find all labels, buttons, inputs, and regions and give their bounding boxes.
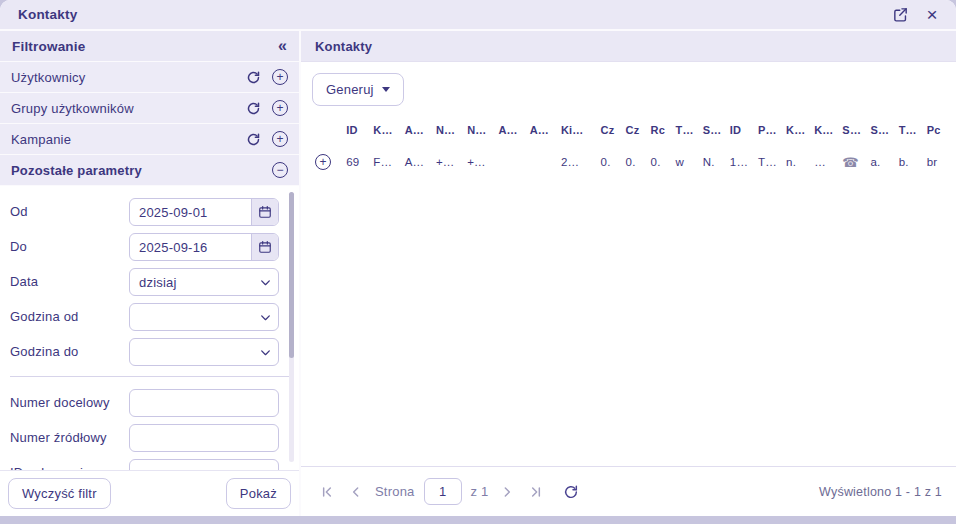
od-date-value: 2025-09-01 [130,205,251,220]
column-header-0[interactable]: ID [343,116,370,144]
godzina-od-select[interactable] [129,303,279,331]
godzina-od-label: Godzina od [10,309,129,325]
column-header-3[interactable]: N… [433,116,464,144]
column-header-11[interactable]: T… [673,116,700,144]
column-header-13[interactable]: ID [727,116,755,144]
app-window: Kontakty × Filtrowanie « Użytkownicy [0,0,956,516]
column-header-4[interactable]: N… [464,116,495,144]
section-grupy-uzytkownikow[interactable]: Grupy użytkowników + [0,93,299,124]
calendar-icon[interactable] [251,199,278,225]
sidebar-scrollbar-thumb[interactable] [289,192,294,358]
results-summary: Wyświetlono 1 - 1 z 1 [819,485,942,499]
refresh-icon[interactable] [246,101,261,116]
table-cell: n. [783,144,811,180]
column-header-15[interactable]: K… [783,116,811,144]
table-cell: a. [867,144,895,180]
expand-cell: + [312,144,343,180]
section-pozostale-parametry[interactable]: Pozostałe parametry − [0,155,299,186]
table-cell: N. [700,144,727,180]
data-label: Data [10,274,129,290]
filter-title: Filtrowanie [12,39,85,54]
numer-zrodlowy-input[interactable] [129,424,279,452]
do-date-value: 2025-09-16 [130,240,251,255]
column-header-12[interactable]: S… [700,116,727,144]
collapse-section-icon[interactable]: − [272,162,288,178]
titlebar: Kontakty × [0,0,956,31]
add-icon[interactable]: + [272,131,288,147]
generate-button[interactable]: Generuj [312,73,404,106]
column-header-8[interactable]: Cz [598,116,623,144]
filter-header: Filtrowanie « [0,31,299,62]
page-of-label: z 1 [471,484,489,499]
close-icon[interactable]: × [922,5,942,25]
page-number-input[interactable] [424,478,462,505]
sidebar-scrollbar[interactable] [289,192,294,462]
next-page-icon[interactable] [497,482,517,502]
chevron-down-icon [252,276,278,289]
column-header-10[interactable]: Rc [648,116,673,144]
refresh-icon[interactable] [246,70,261,85]
prev-page-icon[interactable] [346,482,366,502]
page-background-strip [0,516,956,524]
section-label: Pozostałe parametry [11,163,142,178]
table-row: +69F…A…+…+…2…0.0.0.wN.1…T…n.…☎a.b.br [312,144,952,180]
section-label: Kampanie [11,132,246,147]
show-button[interactable]: Pokaż [226,478,291,509]
collapse-sidebar-icon[interactable]: « [278,38,287,54]
table-cell: … [811,144,839,180]
table-cell: 0. [648,144,673,180]
column-header-9[interactable]: Cz [623,116,648,144]
column-header-18[interactable]: S… [867,116,895,144]
column-header-16[interactable]: K… [811,116,839,144]
table-cell: br [924,144,952,180]
column-header-6[interactable]: A… [527,116,558,144]
form-divider [10,376,289,377]
main-panel: Kontakty Generuj IDK…A…N…N…A…A…Ki…CzCzRc… [301,31,956,516]
data-select[interactable]: dzisiaj [129,268,279,296]
table-cell: w [673,144,700,180]
od-label: Od [10,204,129,220]
od-date-field[interactable]: 2025-09-01 [129,198,279,226]
clear-filter-button[interactable]: Wyczyść filtr [8,478,111,509]
filter-sidebar: Filtrowanie « Użytkownicy + Grupy użytko… [0,31,301,516]
main-body: Generuj IDK…A…N…N…A…A…Ki…CzCzRcT…S…IDP…K… [301,62,956,466]
godzina-do-select[interactable] [129,338,279,366]
column-header-19[interactable]: T… [896,116,924,144]
first-page-icon[interactable] [317,482,337,502]
tab-kontakty[interactable]: Kontakty [315,39,372,54]
id-zgloszenia-input[interactable] [129,459,279,470]
phone-icon: ☎ [842,155,858,170]
chevron-down-icon [252,311,278,324]
add-icon[interactable]: + [272,100,288,116]
numer-docelowy-input[interactable] [129,389,279,417]
section-label: Użytkownicy [11,70,246,85]
table-cell: A… [402,144,433,180]
refresh-table-icon[interactable] [561,482,581,502]
table-cell: T… [755,144,783,180]
filter-footer: Wyczyść filtr Pokaż [0,470,299,516]
table-cell: 2… [558,144,598,180]
column-header-2[interactable]: A… [402,116,433,144]
table-cell: +… [433,144,464,180]
section-uzytkownicy[interactable]: Użytkownicy + [0,62,299,93]
column-header-7[interactable]: Ki… [558,116,598,144]
calendar-icon[interactable] [251,234,278,260]
column-header-14[interactable]: P… [755,116,783,144]
expand-column-header [312,116,343,144]
numer-zrodlowy-label: Numer źródłowy [10,430,129,446]
last-page-icon[interactable] [526,482,546,502]
add-icon[interactable]: + [272,69,288,85]
table-cell [495,144,526,180]
open-in-window-icon[interactable] [890,5,910,25]
generate-label: Generuj [326,82,374,97]
do-date-field[interactable]: 2025-09-16 [129,233,279,261]
page-label: Strona [375,484,415,499]
column-header-20[interactable]: Pc [924,116,952,144]
column-header-1[interactable]: K… [370,116,401,144]
expand-row-icon[interactable]: + [315,154,331,170]
column-header-17[interactable]: S… [839,116,867,144]
do-label: Do [10,239,129,255]
refresh-icon[interactable] [246,132,261,147]
column-header-5[interactable]: A… [495,116,526,144]
section-kampanie[interactable]: Kampanie + [0,124,299,155]
